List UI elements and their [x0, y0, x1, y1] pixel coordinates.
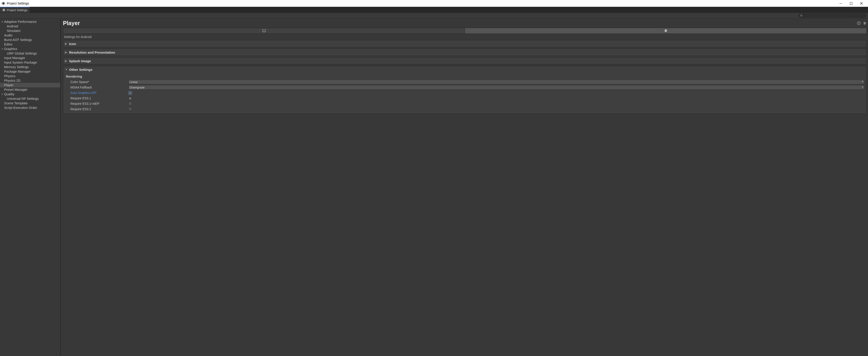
sidebar-item-player[interactable]: Player [0, 83, 60, 87]
sidebar-item-script-execution-order[interactable]: Script Execution Order [0, 105, 60, 110]
tree-item-label: Adaptive Performance [4, 20, 36, 24]
svg-point-6 [801, 15, 802, 16]
window-title: Project Settings [7, 2, 29, 5]
unity-app-icon [1, 1, 5, 5]
search-input[interactable] [803, 14, 865, 17]
sidebar-item-scene-template[interactable]: Scene Template [0, 101, 60, 105]
tree-item-label: Memory Settings [4, 65, 29, 69]
page-title: Player [63, 20, 80, 27]
sidebar-item-quality[interactable]: ▼Quality [0, 92, 60, 96]
tree-item-label: Scene Template [4, 101, 28, 105]
chevron-down-icon[interactable]: ▼ [1, 48, 4, 50]
platform-tab-android[interactable] [465, 28, 867, 34]
preset-button[interactable] [863, 21, 867, 25]
help-button[interactable]: ? [857, 21, 861, 25]
foldout-splash-image[interactable]: ▶Splash Image [63, 57, 867, 65]
svg-line-7 [802, 16, 802, 17]
settings-tree[interactable]: ▼Adaptive PerformanceAndroidSimulatorAud… [0, 19, 61, 356]
color-space-dropdown[interactable]: Linear [128, 80, 865, 84]
sidebar-item-input-system-package[interactable]: Input System Package [0, 60, 60, 65]
svg-point-15 [864, 24, 865, 25]
window-close-button[interactable] [856, 0, 867, 7]
foldout-icon[interactable]: ▶Icon [63, 40, 867, 47]
sidebar-item-android[interactable]: Android [0, 24, 60, 29]
color-space-label: Color Space* [67, 80, 128, 84]
svg-marker-1 [2, 2, 4, 4]
require-es32-label: Require ES3.2 [67, 107, 128, 111]
sidebar-item-physics[interactable]: Physics [0, 74, 60, 78]
sidebar-item-input-manager[interactable]: Input Manager [0, 56, 60, 60]
require-es31-checkbox[interactable] [128, 97, 132, 100]
android-icon [664, 29, 668, 33]
tree-item-label: Player [4, 83, 13, 87]
sidebar-item-physics-2d[interactable]: Physics 2D [0, 78, 60, 83]
tree-item-label: Quality [4, 92, 14, 96]
monitor-icon [262, 29, 266, 33]
tab-project-settings[interactable]: Project Settings [0, 7, 30, 13]
tree-item-label: Universal RP Settings [7, 97, 39, 100]
editor-tab-bar: Project Settings [0, 7, 868, 13]
tree-item-label: Burst AOT Settings [4, 38, 32, 42]
sidebar-item-graphics[interactable]: ▼Graphics [0, 46, 60, 51]
platform-tab-standalone[interactable] [63, 28, 465, 34]
chevron-right-icon: ▶ [65, 42, 67, 45]
chevron-down-icon[interactable]: ▼ [1, 93, 4, 96]
sidebar-item-package-manager[interactable]: Package Manager [0, 69, 60, 74]
msaa-fallback-label: MSAA Fallback [67, 86, 128, 89]
chevron-right-icon: ▶ [65, 59, 67, 62]
require-es31aep-label: Require ES3.1+AEP [67, 102, 128, 105]
window-titlebar: Project Settings [0, 0, 868, 7]
svg-rect-16 [262, 29, 266, 31]
settings-content: Player ? Settings for Android [61, 19, 868, 356]
section-label: Settings for Android [64, 35, 867, 39]
toolbar [0, 13, 868, 19]
tree-item-label: Editor [4, 42, 13, 46]
msaa-fallback-dropdown[interactable]: Downgrade [128, 85, 865, 90]
chevron-down-icon[interactable]: ▼ [1, 21, 4, 23]
chevron-right-icon: ▶ [65, 51, 67, 54]
tree-item-label: Input Manager [4, 56, 25, 60]
require-es31-label: Require ES3.1 [67, 96, 128, 100]
tree-item-label: Audio [4, 33, 12, 37]
rendering-header: Rendering [66, 75, 865, 78]
svg-rect-3 [850, 2, 852, 4]
search-field[interactable] [799, 13, 867, 18]
platform-tabs [63, 28, 867, 34]
tree-item-label: Script Execution Order [4, 106, 37, 109]
sidebar-item-editor[interactable]: Editor [0, 42, 60, 46]
svg-rect-19 [665, 30, 667, 32]
auto-graphics-api-label: Auto Graphics API [67, 91, 128, 95]
tree-item-label: Preset Manager [4, 88, 27, 91]
auto-graphics-api-checkbox[interactable] [128, 91, 132, 95]
chevron-down-icon: ▼ [65, 68, 67, 71]
svg-text:?: ? [858, 22, 859, 25]
sidebar-item-adaptive-performance[interactable]: ▼Adaptive Performance [0, 20, 60, 24]
sidebar-item-burst-aot-settings[interactable]: Burst AOT Settings [0, 38, 60, 42]
sidebar-item-audio[interactable]: Audio [0, 33, 60, 38]
gear-icon [2, 8, 5, 11]
sidebar-item-preset-manager[interactable]: Preset Manager [0, 87, 60, 92]
sidebar-item-simulator[interactable]: Simulator [0, 29, 60, 33]
sidebar-item-memory-settings[interactable]: Memory Settings [0, 65, 60, 69]
sidebar-item-urp-global-settings[interactable]: URP Global Settings [0, 51, 60, 56]
tree-item-label: Graphics [4, 47, 17, 51]
tree-item-label: Simulator [7, 29, 21, 33]
window-maximize-button[interactable] [846, 0, 856, 7]
tab-label: Project Settings [7, 8, 27, 12]
tree-item-label: Physics [4, 74, 16, 78]
search-icon [800, 14, 803, 17]
require-es32-checkbox[interactable] [128, 107, 132, 111]
tree-item-label: Package Manager [4, 70, 31, 73]
tree-item-label: URP Global Settings [7, 52, 37, 55]
foldout-other-settings: ▼ Other Settings Rendering Color Space* … [63, 66, 867, 114]
sidebar-item-universal-rp-settings[interactable]: Universal RP Settings [0, 96, 60, 101]
window-minimize-button[interactable] [835, 0, 846, 7]
svg-point-14 [865, 23, 866, 24]
require-es31aep-checkbox[interactable] [128, 102, 132, 105]
svg-point-13 [864, 22, 864, 23]
foldout-resolution-presentation[interactable]: ▶Resolution and Presentation [63, 48, 867, 56]
svg-rect-22 [665, 32, 665, 32]
tree-item-label: Android [7, 25, 18, 28]
foldout-other-settings-header[interactable]: ▼ Other Settings [63, 66, 866, 73]
tree-item-label: Physics 2D [4, 79, 21, 83]
